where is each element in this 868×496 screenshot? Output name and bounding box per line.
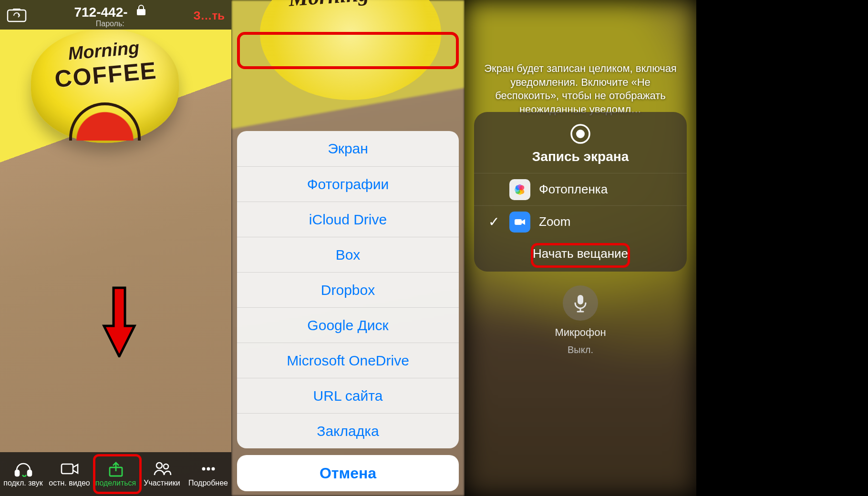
share-options-group: Экран Фотографии iCloud Drive Box Dropbo…	[237, 131, 459, 448]
switch-camera-icon	[7, 7, 27, 22]
meeting-toolbar: подкл. звук остн. видео поделиться Участ…	[0, 452, 231, 496]
toolbar-participants-label: Участники	[144, 479, 180, 487]
mic-icon-circle	[563, 285, 598, 321]
svg-point-7	[202, 467, 205, 471]
share-option-dropbox[interactable]: Dropbox	[237, 272, 459, 307]
svg-point-11	[576, 130, 585, 138]
share-icon	[106, 461, 125, 477]
leave-button[interactable]: З…ть	[193, 9, 225, 22]
toolbar-more[interactable]: Подробнее	[186, 461, 231, 487]
svg-rect-1	[15, 470, 19, 476]
broadcast-target-list: Фотопленка ✓ Zoom	[474, 173, 687, 238]
svg-rect-2	[28, 470, 31, 476]
broadcast-card: Запись экрана Фотопленка	[474, 112, 687, 272]
microphone-state: Выкл.	[568, 344, 593, 355]
toolbar-share-label: поделиться	[95, 479, 136, 487]
share-option-gdrive[interactable]: Google Диск	[237, 307, 459, 343]
record-icon	[474, 123, 687, 144]
svg-rect-21	[578, 295, 583, 304]
toolbar-share[interactable]: поделиться	[93, 461, 139, 487]
zoom-meeting-screen: Morning COFFEE 712-442- Пароль: З…ть	[0, 0, 231, 496]
svg-point-8	[207, 467, 210, 471]
svg-rect-3	[62, 464, 73, 474]
screen-broadcast-screen: Экран будет записан целиком, включая уве…	[465, 0, 696, 496]
toolbar-video[interactable]: остн. видео	[47, 461, 93, 487]
svg-point-5	[156, 463, 162, 468]
meeting-info: 712-442- Пароль:	[74, 4, 146, 28]
share-option-bookmark[interactable]: Закладка	[237, 413, 459, 448]
share-action-sheet-screen: Morning Экран Фотографии iCloud Drive Bo…	[231, 0, 465, 496]
participants-icon	[153, 461, 172, 477]
share-cancel-button[interactable]: Отмена	[237, 455, 459, 491]
share-option-box[interactable]: Box	[237, 237, 459, 272]
share-action-sheet: Экран Фотографии iCloud Drive Box Dropbo…	[237, 131, 459, 491]
toolbar-video-label: остн. видео	[49, 479, 90, 487]
microphone-icon	[572, 294, 589, 313]
svg-rect-0	[8, 10, 26, 21]
toolbar-audio-label: подкл. звук	[3, 479, 42, 487]
share-option-screen[interactable]: Экран	[237, 131, 459, 166]
more-icon	[199, 461, 218, 477]
lock-icon	[136, 4, 146, 17]
zoom-app-icon	[509, 212, 530, 233]
video-icon	[60, 461, 79, 477]
password-label: Пароль:	[74, 20, 146, 28]
microphone-toggle[interactable]: Микрофон Выкл.	[465, 285, 696, 355]
broadcast-info-text: Экран будет записан целиком, включая уве…	[479, 62, 682, 116]
meeting-id: 712-442-	[74, 5, 127, 20]
broadcast-card-title: Запись экрана	[474, 149, 687, 164]
switch-camera-button[interactable]	[7, 7, 27, 24]
svg-rect-20	[515, 219, 522, 225]
photos-app-icon	[509, 179, 530, 200]
share-option-url[interactable]: URL сайта	[237, 378, 459, 413]
svg-point-6	[164, 464, 168, 469]
start-broadcast-button[interactable]: Начать вещание	[474, 238, 687, 263]
share-option-onedrive[interactable]: Microsoft OneDrive	[237, 343, 459, 378]
broadcast-target-photos[interactable]: Фотопленка	[474, 173, 687, 205]
svg-point-9	[211, 467, 215, 471]
share-option-photos[interactable]: Фотографии	[237, 166, 459, 202]
microphone-label: Микрофон	[555, 326, 606, 339]
broadcast-target-photos-label: Фотопленка	[539, 182, 608, 197]
meeting-top-bar: 712-442- Пароль: З…ть	[0, 0, 231, 30]
broadcast-target-zoom-label: Zoom	[539, 214, 570, 229]
share-option-icloud[interactable]: iCloud Drive	[237, 202, 459, 237]
toolbar-more-label: Подробнее	[188, 479, 228, 487]
toolbar-audio[interactable]: подкл. звук	[0, 461, 46, 487]
headphones-icon	[14, 461, 33, 477]
toolbar-participants[interactable]: Участники	[139, 461, 185, 487]
broadcast-target-zoom[interactable]: ✓ Zoom	[474, 205, 687, 238]
red-arrow-annotation	[100, 286, 138, 357]
checkmark-icon: ✓	[486, 214, 501, 230]
